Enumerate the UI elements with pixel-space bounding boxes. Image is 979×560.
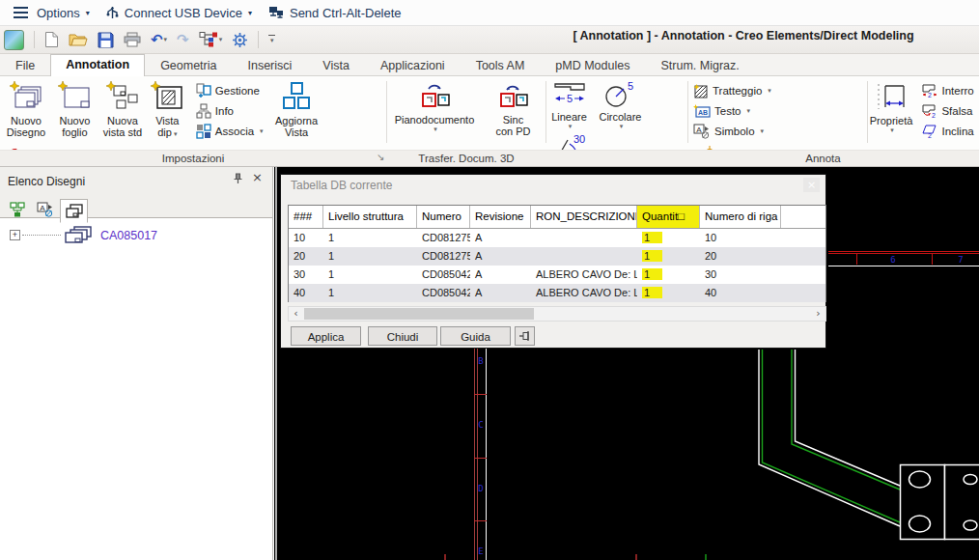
close-icon[interactable]: × (252, 170, 263, 184)
ribbon: Nuovo Disegno Nuovo foglio Nuova vista s… (0, 76, 979, 150)
chevron-down-icon[interactable]: ▾ (164, 36, 168, 43)
chevron-down-icon: ▾ (768, 87, 771, 95)
settings-gear-icon[interactable] (232, 32, 248, 48)
sync-docplan-icon (492, 81, 533, 112)
slant-dimension-icon: 2 (922, 125, 937, 139)
inclina-button[interactable]: 2 Inclina (922, 124, 973, 139)
nuovo-foglio-button[interactable]: Nuovo foglio (53, 76, 96, 138)
column-header[interactable]: Numero (417, 206, 470, 228)
separator (258, 31, 259, 48)
tab-pmd-modules[interactable]: pMD Modules (540, 55, 645, 76)
tab-geometria[interactable]: Geometria (145, 55, 232, 76)
tab-inserisci[interactable]: Inserisci (232, 55, 307, 76)
tab-annotation[interactable]: Annotation (50, 54, 145, 76)
column-header[interactable]: RON_DESCRIZIONE (531, 206, 637, 228)
tratteggio-button[interactable]: Tratteggio ▾ (693, 83, 771, 98)
connect-usb-label: Connect USB Device (125, 6, 242, 20)
symbols-icon: A (37, 202, 54, 217)
simbolo-button[interactable]: A Simbolo ▾ (693, 124, 771, 139)
scroll-right-arrow[interactable]: › (811, 307, 825, 321)
window-title: [ Annotation ] - Annotation - Creo Eleme… (536, 29, 951, 42)
table-row[interactable]: 201 CD081275A 1 20 (289, 247, 825, 266)
tree-item-label[interactable]: CA085017 (100, 229, 157, 242)
column-header[interactable]: Livello struttura (323, 206, 417, 228)
panel-title: Elenco Disegni (8, 175, 85, 188)
quantity-highlight: 1 (642, 268, 662, 280)
tab-tools-am[interactable]: Tools AM (461, 55, 541, 76)
text-icon: AB (693, 104, 711, 118)
expand-icon[interactable]: + (10, 230, 20, 240)
close-icon[interactable]: × (803, 178, 820, 192)
horizontal-scrollbar[interactable]: ‹ › (288, 306, 826, 322)
svg-text:A: A (40, 203, 45, 211)
zone-numbers: 6 7 (890, 255, 963, 265)
manage-views-icon (196, 83, 211, 98)
tab-file[interactable]: File (0, 55, 50, 76)
svg-text:30: 30 (573, 134, 584, 145)
circolare-button[interactable]: 5 Circolare ▾ (596, 76, 644, 130)
tab-underline (0, 75, 979, 76)
nuova-vista-std-button[interactable]: Nuova vista std (100, 76, 145, 138)
chevron-down-icon: ▾ (569, 123, 573, 130)
panel-header: Elenco Disegni × (0, 167, 272, 195)
hamburger-menu-icon[interactable] (14, 7, 28, 18)
sheets-icon (65, 204, 84, 219)
chevron-down-icon[interactable]: ▾ (219, 36, 223, 43)
table-row[interactable]: 101 CD081275A 1 10 (289, 229, 825, 247)
toolbar-overflow-button[interactable]: ▾ (268, 35, 275, 45)
tree-item[interactable]: + CA085017 (10, 226, 272, 244)
associate-icon (196, 124, 211, 139)
zone-letters: B C D E (478, 356, 483, 556)
print-icon[interactable] (124, 32, 141, 47)
column-header[interactable]: ### (289, 206, 323, 228)
connect-usb-menu[interactable]: Connect USB Device ▾ (106, 5, 252, 21)
lineare-button[interactable]: 5 Lineare ▾ (546, 76, 592, 130)
chevron-down-icon: ▾ (890, 126, 894, 134)
redo-icon[interactable]: ↷ (177, 33, 189, 46)
group-quota-proprieta: Proprietà ▾ 2 Interro 2 (868, 76, 979, 150)
proprieta-quota-button[interactable]: Proprietà ▾ (868, 76, 914, 134)
column-header[interactable]: Revisione (470, 206, 531, 228)
vista-dip-button[interactable]: Vista dip▾ (149, 76, 185, 140)
table-row[interactable]: 301 CD085042A ALBERO CAVO De: L:1 30 (289, 266, 825, 284)
aggiorna-vista-button[interactable]: Aggiorna Vista (271, 76, 322, 138)
sinc-con-pd-button[interactable]: Sinc con PD (486, 76, 540, 137)
chevron-down-icon: ▾ (86, 9, 90, 17)
interroga-button[interactable]: 2 Interro (922, 83, 973, 98)
guida-button[interactable]: Guida (440, 326, 511, 346)
tab-strum-migraz[interactable]: Strum. Migraz. (645, 55, 754, 76)
drawing-list-panel: Elenco Disegni × A (0, 167, 273, 560)
new-document-icon[interactable] (44, 31, 59, 48)
table-row[interactable]: 401 CD085042A ALBERO CAVO De: L:1 40 (289, 284, 825, 302)
nuovo-disegno-button[interactable]: Nuovo Disegno (3, 76, 49, 138)
dialog-launcher-icon[interactable]: ↘ (377, 152, 384, 162)
undo-button[interactable]: ↶ ▾ (151, 33, 167, 46)
geometry-arm (759, 350, 900, 526)
tab-applicazioni[interactable]: Applicazioni (365, 55, 461, 76)
app-icon[interactable] (4, 30, 24, 50)
chiudi-button[interactable]: Chiudi (368, 326, 437, 346)
pin-dialog-button[interactable] (515, 326, 535, 346)
model-structure-button[interactable]: ▾ (199, 32, 223, 48)
scroll-left-arrow[interactable]: ‹ (289, 307, 303, 321)
svg-text:C: C (478, 420, 483, 430)
column-header[interactable]: Numero di riga (700, 206, 781, 228)
applica-button[interactable]: Applica (291, 326, 361, 346)
gestione-button[interactable]: Gestione (196, 83, 264, 98)
scrollbar-thumb[interactable] (304, 308, 534, 320)
tab-vista[interactable]: Vista (307, 55, 365, 76)
pianodocumento-button[interactable]: Pianodocumento ▾ (387, 76, 482, 133)
pin-icon[interactable] (233, 173, 243, 184)
tab-sheets[interactable] (60, 199, 88, 223)
options-menu[interactable]: Options ▾ (37, 6, 90, 20)
column-header-quantita[interactable]: Quantit□ (637, 206, 700, 228)
options-label: Options (37, 6, 80, 20)
geometry-plates (901, 465, 979, 540)
testo-button[interactable]: AB Testo ▾ (693, 103, 771, 119)
associa-button[interactable]: Associa ▾ (196, 124, 264, 139)
send-ctrl-alt-delete[interactable]: Send Ctrl-Alt-Delete (268, 6, 402, 20)
info-button[interactable]: Info (196, 103, 264, 119)
sfalsa-button[interactable]: 2 Sfalsa (922, 103, 973, 119)
open-folder-icon[interactable] (69, 32, 88, 47)
save-icon[interactable] (98, 32, 114, 48)
